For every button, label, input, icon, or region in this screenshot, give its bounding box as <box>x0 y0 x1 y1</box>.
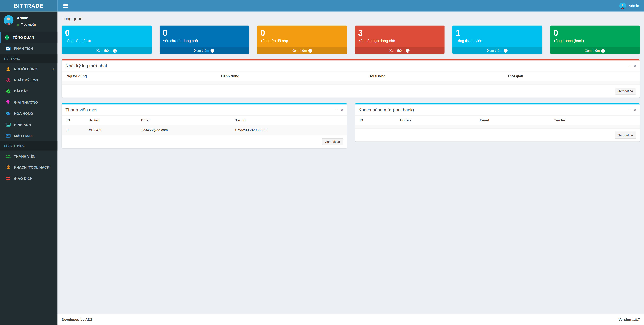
empty-row <box>62 81 640 84</box>
info-box-total-withdrawn: 0 Tổng tiền đã rút Xem thêm → <box>62 26 152 54</box>
avatar <box>4 15 14 25</box>
column-header: Tạo lúc <box>232 116 347 125</box>
customers-panel-title: Khách hàng mới (tool hack) <box>358 108 414 112</box>
see-more-link[interactable]: Xem thêm → <box>257 48 347 54</box>
close-icon[interactable]: × <box>634 64 636 68</box>
member-row: 0 #123456 123456@qq.com 07:32:00 24/06/2… <box>62 125 347 135</box>
info-box-label: Yêu cầu nạp đang chờ <box>358 39 441 43</box>
image-icon <box>6 122 11 127</box>
sidebar-item-phan-tich[interactable]: PHÂN TÍCH <box>0 43 58 54</box>
info-box-value: 0 <box>554 28 636 38</box>
footer-version: Version 1.0.7 <box>618 318 640 322</box>
sidebar-user-name: Admin <box>17 16 36 20</box>
sidebar-item-nhat-ky-log[interactable]: NHẬT KÝ LOG <box>0 74 58 86</box>
sidebar: Admin Trực tuyến TỔNG QUAN <box>0 12 58 325</box>
customers-table: ID Họ tên Email Tạo lúc <box>355 116 640 129</box>
minimize-icon[interactable]: − <box>628 108 630 112</box>
new-members-panel: Thành viên mới − × ID Họ tên Email Tạo l… <box>62 104 347 148</box>
sidebar-item-nguoi-dung[interactable]: NGƯỜI DÙNG ‹ <box>0 64 58 74</box>
close-icon[interactable]: × <box>634 108 636 112</box>
info-box-label: Yêu cầu rút đang chờ <box>163 39 246 43</box>
info-box-value: 1 <box>456 28 539 38</box>
arrow-circle-icon: → <box>211 49 214 53</box>
page-title: Tổng quan <box>62 16 640 21</box>
column-header: Họ tên <box>86 116 138 125</box>
sidebar-item-khach-tool-hack[interactable]: KHÁCH (TOOL HACK) <box>0 162 58 173</box>
column-header: ID <box>355 116 396 125</box>
info-box-value: 3 <box>358 28 441 38</box>
info-box-pending-deposit: 3 Yêu cầu nạp đang chờ Xem thêm → <box>355 26 445 54</box>
info-box-value: 0 <box>163 28 246 38</box>
sidebar-toggle-button[interactable] <box>58 0 73 12</box>
sidebar-item-tong-quan[interactable]: TỔNG QUAN <box>0 32 58 43</box>
sidebar-item-giai-thuong[interactable]: GIẢI THƯỞNG <box>0 97 58 108</box>
chart-line-icon <box>6 46 11 51</box>
sidebar-item-hinh-anh[interactable]: HÌNH ẢNH <box>0 119 58 130</box>
sidebar-item-thanh-vien[interactable]: THÀNH VIÊN <box>0 150 58 162</box>
sidebar-item-giao-dich[interactable]: GIAO DỊCH <box>0 173 58 184</box>
content-area: Tổng quan 0 Tổng tiền đã rút Xem thêm → … <box>58 12 644 314</box>
see-more-link[interactable]: Xem thêm → <box>159 48 249 54</box>
arrow-circle-icon: → <box>602 49 605 53</box>
spy-icon <box>6 164 11 170</box>
main-footer: Developed by ADZ Version 1.0.7 <box>58 314 644 325</box>
see-more-link[interactable]: Xem thêm → <box>550 48 640 54</box>
info-box-label: Tổng thành viên <box>456 39 539 43</box>
sidebar-menu: TỔNG QUAN PHÂN TÍCH HỆ THỐNG NGƯỜI DÙNG … <box>0 32 58 184</box>
info-box-label: Tổng tiền đã rút <box>65 39 148 43</box>
navbar-user-menu[interactable]: Admin <box>614 0 644 12</box>
envelope-icon <box>6 133 11 138</box>
log-panel: Nhật ký log mới nhất − × Người dùng Hành… <box>62 59 640 98</box>
column-header: Email <box>138 116 232 125</box>
see-more-link[interactable]: Xem thêm → <box>62 48 152 54</box>
members-panel-title: Thành viên mới <box>66 108 97 112</box>
new-customers-panel: Khách hàng mới (tool hack) − × ID Họ tên… <box>355 104 640 142</box>
footer-credit: Developed by ADZ <box>62 318 92 322</box>
close-icon[interactable]: × <box>341 108 343 112</box>
user-icon <box>6 66 11 72</box>
minimize-icon[interactable]: − <box>628 64 630 68</box>
column-header: Đối tượng <box>365 72 504 81</box>
info-box-pending-withdraw: 0 Yêu cầu rút đang chờ Xem thêm → <box>159 26 249 54</box>
hamburger-icon <box>63 4 68 4</box>
view-all-members-button[interactable]: Xem tất cả <box>322 138 343 146</box>
chevron-left-icon: ‹ <box>52 66 54 71</box>
sidebar-user-panel: Admin Trực tuyến <box>0 12 58 30</box>
brand-logo[interactable]: BITTRADE <box>0 0 58 12</box>
info-box-total-deposited: 0 Tổng tiền đã nạp Xem thêm → <box>257 26 347 54</box>
info-boxes-row: 0 Tổng tiền đã rút Xem thêm → 0 Yêu cầu … <box>62 26 640 54</box>
members-table: ID Họ tên Email Tạo lúc 0 #123456 123456… <box>62 116 347 135</box>
view-all-customers-button[interactable]: Xem tất cả <box>615 132 636 139</box>
gear-icon <box>6 88 11 94</box>
member-id-link[interactable]: 0 <box>66 128 68 132</box>
info-box-label: Tổng tiền đã nạp <box>260 39 344 43</box>
member-name: #123456 <box>86 125 138 135</box>
percent-icon: % <box>6 111 11 116</box>
admin-dashboard: BITTRADE <box>0 0 644 325</box>
top-navbar: Admin <box>58 0 644 12</box>
column-header: Email <box>476 116 550 125</box>
minimize-icon[interactable]: − <box>335 108 338 112</box>
info-box-total-hack-customers: 0 Tổng khách (hack) Xem thêm → <box>550 26 640 54</box>
sidebar-item-hoa-hong[interactable]: % HOA HỒNG <box>0 108 58 119</box>
sidebar-user-status[interactable]: Trực tuyến <box>17 23 36 26</box>
info-box-value: 0 <box>260 28 344 38</box>
exchange-icon <box>6 176 11 181</box>
avatar <box>620 2 626 9</box>
log-panel-title: Nhật ký log mới nhất <box>66 64 107 68</box>
view-all-logs-button[interactable]: Xem tất cả <box>615 88 636 95</box>
column-header: Họ tên <box>396 116 476 125</box>
column-header: ID <box>62 116 86 125</box>
arrow-circle-icon: → <box>308 49 312 53</box>
member-email: 123456@qq.com <box>138 125 232 135</box>
log-table: Người dùng Hành động Đối tượng Thời gian <box>62 72 640 85</box>
sidebar-item-mau-email[interactable]: MẪU EMAIL <box>0 130 58 141</box>
sidebar-section-he-thong: HỆ THỐNG <box>0 54 58 63</box>
see-more-link[interactable]: Xem thêm → <box>355 48 445 54</box>
arrow-circle-icon: → <box>406 49 410 53</box>
navbar-user-label: Admin <box>628 4 639 8</box>
see-more-link[interactable]: Xem thêm → <box>452 48 542 54</box>
info-box-value: 0 <box>65 28 148 38</box>
empty-row <box>355 125 640 128</box>
sidebar-item-cai-dat[interactable]: CÀI ĐẶT <box>0 86 58 97</box>
